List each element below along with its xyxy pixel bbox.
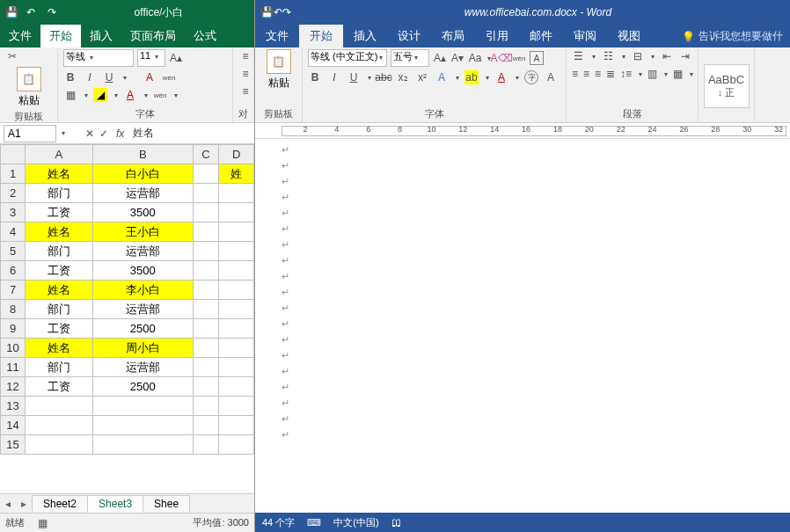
align-mid-icon[interactable]: ≡ bbox=[238, 67, 252, 81]
text-effects-icon[interactable]: A bbox=[435, 70, 449, 84]
char-shading-icon[interactable]: A bbox=[544, 70, 558, 84]
font-size-select[interactable]: 五号▾ bbox=[391, 49, 429, 67]
cell-D9[interactable] bbox=[219, 319, 254, 339]
paragraph-mark[interactable]: ↵ bbox=[282, 176, 790, 192]
cell-C14[interactable] bbox=[193, 416, 219, 435]
paste-button[interactable]: 📋 粘贴 bbox=[5, 67, 52, 108]
word-tab-邮件[interactable]: 邮件 bbox=[519, 25, 563, 47]
row-header-6[interactable]: 6 bbox=[1, 261, 26, 281]
word-tab-视图[interactable]: 视图 bbox=[607, 25, 651, 47]
line-spacing-icon[interactable]: ↕≡ bbox=[620, 67, 632, 81]
cell-C9[interactable] bbox=[193, 319, 219, 339]
cell-A4[interactable]: 姓名 bbox=[26, 222, 93, 242]
bold-icon[interactable]: B bbox=[63, 70, 77, 84]
word-tab-审阅[interactable]: 审阅 bbox=[563, 25, 607, 47]
excel-tab-页面布局[interactable]: 页面布局 bbox=[121, 25, 185, 47]
row-header-4[interactable]: 4 bbox=[1, 222, 26, 242]
cell-A12[interactable]: 工资 bbox=[26, 377, 93, 397]
cell-A11[interactable]: 部门 bbox=[26, 358, 93, 377]
cell-D12[interactable] bbox=[219, 377, 254, 397]
align-right-icon[interactable]: ≡ bbox=[595, 67, 601, 81]
cell-B4[interactable]: 王小白 bbox=[92, 222, 193, 242]
sheet-tab-Sheet2[interactable]: Sheet2 bbox=[32, 495, 88, 512]
cell-A13[interactable] bbox=[26, 397, 93, 416]
inc-indent-icon[interactable]: ⇥ bbox=[679, 49, 692, 63]
sheet-nav-next-icon[interactable]: ▸ bbox=[16, 498, 32, 510]
cell-D14[interactable] bbox=[219, 416, 254, 435]
align-bot-icon[interactable]: ≡ bbox=[238, 84, 252, 98]
row-header-8[interactable]: 8 bbox=[1, 300, 26, 319]
cell-C10[interactable] bbox=[193, 339, 219, 358]
underline-icon[interactable]: U bbox=[102, 70, 116, 84]
cell-B14[interactable] bbox=[92, 416, 193, 435]
cell-D15[interactable] bbox=[219, 435, 254, 455]
bullets-icon[interactable]: ☰ bbox=[572, 49, 585, 63]
row-header-15[interactable]: 15 bbox=[1, 435, 26, 455]
cell-A8[interactable]: 部门 bbox=[26, 300, 93, 319]
font-color-icon[interactable]: A bbox=[494, 70, 508, 84]
word-document-area[interactable]: ↵↵↵↵↵↵↵↵↵↵↵↵↵↵↵↵↵↵↵ bbox=[255, 139, 790, 513]
cell-A7[interactable]: 姓名 bbox=[26, 281, 93, 300]
pinyin-icon[interactable]: wén bbox=[153, 88, 167, 102]
select-all-corner[interactable] bbox=[1, 145, 26, 164]
namebox-dropdown-icon[interactable]: ▾ bbox=[62, 129, 65, 137]
row-header-5[interactable]: 5 bbox=[1, 242, 26, 261]
sheet-tab-Shee[interactable]: Shee bbox=[143, 495, 190, 512]
row-header-9[interactable]: 9 bbox=[1, 319, 26, 339]
cell-A15[interactable] bbox=[26, 435, 93, 455]
paragraph-mark[interactable]: ↵ bbox=[282, 350, 790, 366]
cell-D3[interactable] bbox=[219, 203, 254, 222]
paragraph-mark[interactable]: ↵ bbox=[282, 413, 790, 429]
font-size-select[interactable]: 11 ▾ bbox=[137, 49, 165, 67]
paragraph-mark[interactable]: ↵ bbox=[282, 287, 790, 302]
cell-B6[interactable]: 3500 bbox=[92, 261, 193, 281]
paragraph-mark[interactable]: ↵ bbox=[282, 382, 790, 397]
status-language[interactable]: 中文(中国) bbox=[333, 516, 378, 529]
cell-B15[interactable] bbox=[92, 435, 193, 455]
excel-tab-插入[interactable]: 插入 bbox=[81, 25, 121, 47]
align-left-icon[interactable]: ≡ bbox=[572, 67, 578, 81]
excel-grid[interactable]: ABCD1姓名白小白姓2部门运营部3工资35004姓名王小白5部门运营部6工资3… bbox=[0, 144, 254, 493]
cell-B10[interactable]: 周小白 bbox=[92, 339, 193, 358]
underline-icon[interactable]: U bbox=[347, 70, 361, 84]
cell-B5[interactable]: 运营部 bbox=[92, 242, 193, 261]
cell-B11[interactable]: 运营部 bbox=[92, 358, 193, 377]
formula-value[interactable]: 姓名 bbox=[129, 126, 157, 141]
row-header-13[interactable]: 13 bbox=[1, 397, 26, 416]
paragraph-mark[interactable]: ↵ bbox=[282, 397, 790, 413]
cell-B13[interactable] bbox=[92, 397, 193, 416]
paragraph-mark[interactable]: ↵ bbox=[282, 223, 790, 239]
excel-tab-公式[interactable]: 公式 bbox=[185, 25, 225, 47]
font-color-icon[interactable]: A bbox=[123, 88, 137, 102]
cell-D2[interactable] bbox=[219, 184, 254, 203]
cell-A5[interactable]: 部门 bbox=[26, 242, 93, 261]
word-tab-引用[interactable]: 引用 bbox=[475, 25, 519, 47]
cell-D11[interactable] bbox=[219, 358, 254, 377]
status-char-count[interactable]: 44 个字 bbox=[262, 516, 295, 529]
cell-D10[interactable] bbox=[219, 339, 254, 358]
cell-C5[interactable] bbox=[193, 242, 219, 261]
shading-icon[interactable]: ▥ bbox=[647, 67, 657, 81]
cell-B8[interactable]: 运营部 bbox=[92, 300, 193, 319]
paragraph-mark[interactable]: ↵ bbox=[282, 239, 790, 255]
enclose-char-icon[interactable]: 字 bbox=[524, 70, 538, 84]
grow-font-icon[interactable]: A▴ bbox=[433, 51, 447, 65]
word-tab-文件[interactable]: 文件 bbox=[255, 25, 299, 47]
cell-C13[interactable] bbox=[193, 397, 219, 416]
fx-icon[interactable]: fx bbox=[111, 128, 129, 140]
row-header-2[interactable]: 2 bbox=[1, 184, 26, 203]
clear-format-icon[interactable]: A⌫ bbox=[494, 51, 508, 65]
phonetic-icon[interactable]: wén bbox=[162, 70, 176, 84]
cell-D4[interactable] bbox=[219, 222, 254, 242]
name-box[interactable] bbox=[4, 125, 56, 142]
justify-icon[interactable]: ≣ bbox=[606, 67, 615, 81]
increase-font-icon[interactable]: A▴ bbox=[169, 51, 183, 65]
record-macro-icon[interactable]: ▦ bbox=[35, 516, 49, 530]
cell-B3[interactable]: 3500 bbox=[92, 203, 193, 222]
superscript-icon[interactable]: x² bbox=[415, 70, 429, 84]
save-icon[interactable]: 💾 bbox=[5, 5, 19, 19]
excel-tab-开始[interactable]: 开始 bbox=[40, 25, 81, 47]
redo-icon[interactable]: ↷ bbox=[48, 5, 62, 19]
word-tab-布局[interactable]: 布局 bbox=[431, 25, 475, 47]
paragraph-mark[interactable]: ↵ bbox=[282, 160, 790, 176]
